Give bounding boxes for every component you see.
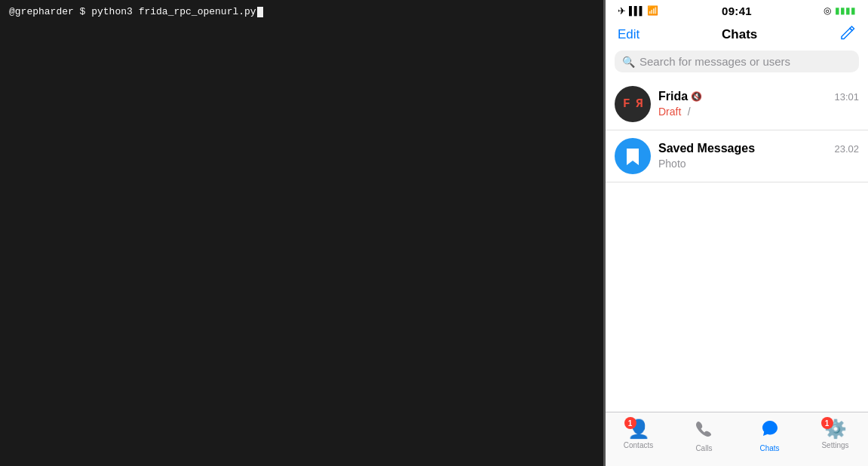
terminal-panel: @grepharder $ python3 frida_rpc_openurl.… <box>0 0 603 466</box>
battery-icon: ▮▮▮▮ <box>835 5 856 16</box>
chat-name-frida: Frida 🔇 <box>658 90 702 103</box>
tab-bar: 👤 1 Contacts Calls Chats ⚙️ <box>606 412 868 466</box>
avatar-frida: F Я <box>615 86 651 122</box>
page-title: Chats <box>722 27 757 42</box>
search-bar[interactable]: 🔍 Search for messages or users <box>615 51 859 72</box>
chat-top-saved: Saved Messages 23.02 <box>658 142 859 155</box>
contacts-label: Contacts <box>624 441 653 449</box>
bookmark-icon <box>625 147 640 165</box>
chats-icon <box>760 418 780 443</box>
location-icon: ◎ <box>824 5 831 16</box>
calls-label: Calls <box>695 444 712 452</box>
airplane-icon: ✈ <box>618 5 626 17</box>
wifi-icon: 📶 <box>647 5 658 16</box>
status-time: 09:41 <box>722 5 752 17</box>
chats-label: Chats <box>759 444 779 452</box>
status-right: ◎ ▮▮▮▮ <box>824 5 856 16</box>
status-bar: ✈ ▌▌▌ 📶 09:41 ◎ ▮▮▮▮ <box>606 0 868 21</box>
settings-label: Settings <box>821 441 848 449</box>
tab-calls[interactable]: Calls <box>671 418 737 452</box>
chat-content-saved: Saved Messages 23.02 Photo <box>658 142 859 170</box>
calls-icon <box>695 418 714 443</box>
search-input[interactable]: Search for messages or users <box>639 55 790 68</box>
signal-bars-icon: ▌▌▌ <box>629 6 644 15</box>
tab-contacts[interactable]: 👤 1 Contacts <box>606 418 671 449</box>
chat-time-saved: 23.02 <box>834 143 859 155</box>
status-left: ✈ ▌▌▌ 📶 <box>618 5 658 17</box>
chat-preview-saved: Photo <box>658 158 686 170</box>
chat-time-frida: 13:01 <box>834 91 859 103</box>
chat-name-saved: Saved Messages <box>658 142 755 155</box>
search-icon: 🔍 <box>622 56 635 68</box>
compose-button[interactable] <box>839 24 856 44</box>
terminal-cursor <box>257 7 263 17</box>
settings-badge: 1 <box>821 417 833 429</box>
phone-panel: ✈ ▌▌▌ 📶 09:41 ◎ ▮▮▮▮ Edit Chats 🔍 Search… <box>606 0 868 466</box>
chat-item-saved[interactable]: Saved Messages 23.02 Photo <box>606 130 868 182</box>
tab-settings[interactable]: ⚙️ 1 Settings <box>802 418 868 449</box>
tab-chats[interactable]: Chats <box>737 418 802 452</box>
terminal-line: @grepharder $ python3 frida_rpc_openurl.… <box>9 6 594 17</box>
chat-item-frida[interactable]: F Я Frida 🔇 13:01 Draft / <box>606 78 868 130</box>
chat-preview-frida: Draft / <box>658 105 859 118</box>
chat-content-frida: Frida 🔇 13:01 Draft / <box>658 90 859 118</box>
mute-icon-frida: 🔇 <box>691 91 702 102</box>
nav-bar: Edit Chats <box>606 21 868 51</box>
avatar-saved <box>615 138 651 174</box>
chat-top-frida: Frida 🔇 13:01 <box>658 90 859 103</box>
chat-list: F Я Frida 🔇 13:01 Draft / <box>606 78 868 412</box>
terminal-prompt: @grepharder $ python3 frida_rpc_openurl.… <box>9 6 256 17</box>
contacts-badge: 1 <box>624 417 636 429</box>
edit-button[interactable]: Edit <box>618 27 639 42</box>
